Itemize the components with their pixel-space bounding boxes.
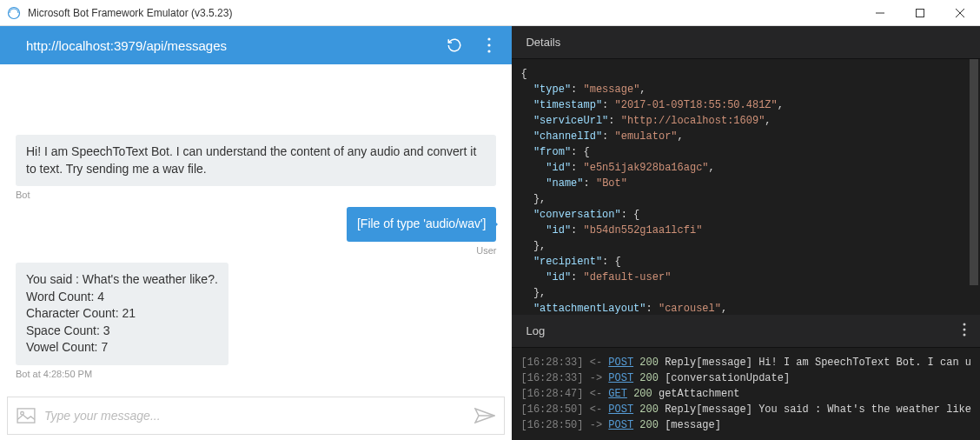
svg-point-13 xyxy=(963,329,966,331)
window-title: Microsoft Bot Framework Emulator (v3.5.2… xyxy=(28,7,232,19)
send-button[interactable] xyxy=(474,408,495,423)
inspector-pane: Details { "type": "message", "timestamp"… xyxy=(512,26,980,440)
maximize-button[interactable] xyxy=(900,0,940,26)
log-entry: [16:28:50] -> POST 200 [message] xyxy=(520,417,971,433)
svg-point-7 xyxy=(488,50,491,52)
menu-button[interactable] xyxy=(480,37,498,54)
svg-rect-8 xyxy=(17,409,35,423)
window-controls xyxy=(860,0,980,26)
address-bar: http://localhost:3979/api/messages xyxy=(0,26,512,64)
attach-image-icon[interactable] xyxy=(17,408,36,423)
log-entry: [16:28:33] <- POST 200 Reply[message] Hi… xyxy=(520,355,971,370)
log-body[interactable]: [16:28:33] <- POST 200 Reply[message] Hi… xyxy=(512,348,980,440)
log-method-link[interactable]: POST xyxy=(608,419,633,431)
titlebar: Microsoft Bot Framework Emulator (v3.5.2… xyxy=(0,0,980,26)
svg-point-6 xyxy=(488,43,491,46)
log-entry: [16:28:47] <- GET 200 getAttachment xyxy=(520,386,971,402)
message-sender-label: User xyxy=(476,245,496,256)
log-menu-button[interactable] xyxy=(963,323,966,339)
svg-point-14 xyxy=(963,334,966,337)
message-row: [File of type 'audio/wav'] User xyxy=(16,207,496,256)
svg-point-5 xyxy=(488,37,491,40)
svg-rect-2 xyxy=(917,9,924,17)
bot-message-bubble: Hi! I am SpeechToText Bot. I can underst… xyxy=(16,135,496,186)
log-entry: [16:28:33] -> POST 200 [conversationUpda… xyxy=(520,370,971,386)
bot-message-bubble: You said : What's the weather like?. Wor… xyxy=(16,263,228,365)
details-header: Details xyxy=(512,26,980,59)
minimize-button[interactable] xyxy=(860,0,900,26)
log-title: Log xyxy=(526,324,545,337)
log-method-link[interactable]: POST xyxy=(608,357,633,369)
message-sender-label: Bot xyxy=(16,190,30,200)
message-row: You said : What's the weather like?. Wor… xyxy=(16,263,496,379)
chat-scroll[interactable]: Hi! I am SpeechToText Bot. I can underst… xyxy=(0,64,512,391)
log-entry: [16:28:50] <- POST 200 Reply[message] Yo… xyxy=(520,402,971,417)
endpoint-url[interactable]: http://localhost:3979/api/messages xyxy=(26,38,227,53)
log-method-link[interactable]: GET xyxy=(608,388,627,400)
close-button[interactable] xyxy=(940,0,980,26)
svg-point-12 xyxy=(963,323,966,326)
app-icon xyxy=(7,6,21,20)
details-scrollbar-thumb[interactable] xyxy=(970,59,978,285)
log-header: Log xyxy=(512,315,980,348)
details-body[interactable]: { "type": "message", "timestamp": "2017-… xyxy=(512,59,980,315)
message-row: Hi! I am SpeechToText Bot. I can underst… xyxy=(16,135,496,200)
refresh-button[interactable] xyxy=(446,37,463,54)
message-sender-label: Bot at 4:28:50 PM xyxy=(16,369,92,379)
log-method-link[interactable]: POST xyxy=(608,372,633,384)
compose-bar xyxy=(7,397,505,435)
user-message-bubble: [File of type 'audio/wav'] xyxy=(347,207,497,242)
message-input[interactable] xyxy=(44,409,466,423)
log-method-link[interactable]: POST xyxy=(608,403,633,416)
chat-pane: http://localhost:3979/api/messages Hi! I… xyxy=(0,26,512,440)
details-title: Details xyxy=(526,36,560,49)
